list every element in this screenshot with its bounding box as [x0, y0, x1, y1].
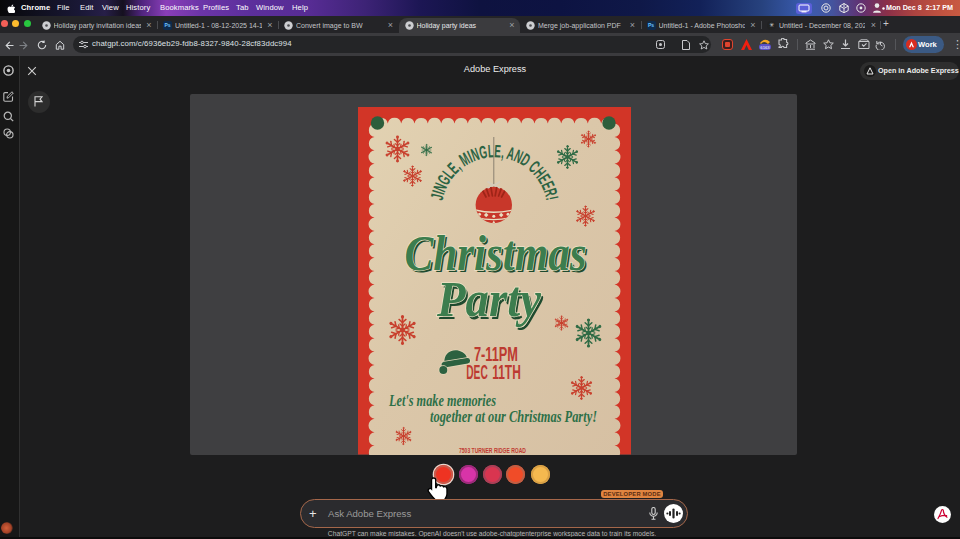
svg-text:6163: 6163 [760, 44, 770, 49]
svg-text:Let's make memories: Let's make memories [388, 392, 496, 409]
svg-text:DEC: DEC [466, 361, 488, 383]
svg-text:11TH: 11TH [492, 361, 521, 383]
svg-text:together at our Christmas Part: together at our Christmas Party! [430, 408, 597, 426]
svg-text:Party: Party [436, 271, 542, 327]
svg-text:7503 TURNER RIDGE ROAD: 7503 TURNER RIDGE ROAD [459, 446, 526, 455]
